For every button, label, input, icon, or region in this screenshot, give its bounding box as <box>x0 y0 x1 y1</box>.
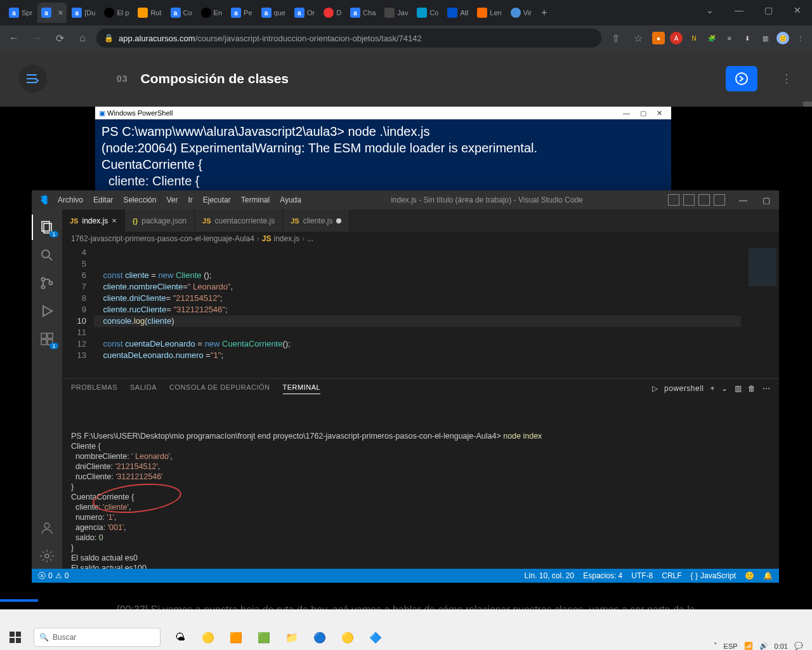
taskbar-app[interactable]: 🟧 <box>223 625 249 650</box>
browser-tab[interactable]: Rut <box>134 3 165 23</box>
chevron-down-icon[interactable]: ⌄ <box>695 0 724 20</box>
search-icon[interactable] <box>32 242 62 268</box>
taskbar-vscode-icon[interactable]: 🔷 <box>363 625 388 650</box>
back-button[interactable]: ← <box>5 29 23 47</box>
menu-ejecutar[interactable]: Ejecutar <box>199 193 235 207</box>
browser-tab[interactable]: Jav <box>381 3 412 23</box>
menu-ver[interactable]: Ver <box>162 193 182 207</box>
next-button[interactable] <box>726 66 757 91</box>
code-line[interactable]: cliente.dniCliente= "212154512"; <box>94 293 741 304</box>
windows-taskbar[interactable]: 🔍Buscar 🌤 🟡 🟧 🟩 📁 🔵 🟡 🔷 ˄ ESP 📶 🔊 0:01 💬 <box>0 609 812 650</box>
code-line[interactable]: cliente.rucCliente= "3121212546"; <box>94 304 741 315</box>
taskbar-app[interactable]: 🌤 <box>167 625 193 650</box>
code-line[interactable] <box>94 258 741 270</box>
panel-tab-terminal[interactable]: TERMINAL <box>283 383 321 394</box>
browser-tab[interactable]: El p <box>100 3 133 23</box>
tray-volume-icon[interactable]: 🔊 <box>759 642 768 650</box>
layout-icon[interactable] <box>714 194 725 206</box>
start-button[interactable] <box>0 625 30 650</box>
code-line[interactable]: cuentaDeLeonardo.numero ="1"; <box>94 350 741 361</box>
layout-icon[interactable] <box>698 194 710 206</box>
status-encoding[interactable]: UTF-8 <box>631 571 653 580</box>
browser-tab[interactable]: Atl <box>443 3 472 23</box>
menu-terminal[interactable]: Terminal <box>237 193 274 207</box>
editor-tab[interactable]: {}package.json <box>125 209 195 232</box>
menu-ayuda[interactable]: Ayuda <box>275 193 306 207</box>
browser-tab[interactable]: a× <box>37 3 67 23</box>
address-bar[interactable]: 🔒 app.aluracursos.com/course/javascript-… <box>96 29 601 48</box>
status-ln-col[interactable]: Lín. 10, col. 20 <box>524 571 574 580</box>
extensions-icon[interactable]: 1 <box>32 326 62 352</box>
media-icon[interactable]: ≡ <box>723 32 736 44</box>
browser-tab[interactable]: a[Du <box>68 3 99 23</box>
terminal-output[interactable]: PS F:\Users\USER\Desktop\mio programacío… <box>62 398 779 569</box>
taskbar-app[interactable]: 📁 <box>279 625 304 650</box>
run-debug-icon[interactable] <box>32 298 62 324</box>
home-button[interactable]: ⌂ <box>74 29 91 47</box>
layout-icon[interactable] <box>668 194 679 206</box>
menu-editar[interactable]: Editar <box>89 193 117 207</box>
status-errors[interactable]: ⓧ 0 ⚠ 0 <box>38 571 69 581</box>
tray-lang[interactable]: ESP <box>724 642 738 650</box>
browser-tab[interactable]: Co <box>413 3 442 23</box>
menu-ir[interactable]: Ir <box>183 193 197 207</box>
code-line[interactable]: const cuentaDeLeonardo = new CuentaCorri… <box>94 338 741 350</box>
code-editor[interactable]: 45678910111213 const cliente = new Clien… <box>62 246 779 378</box>
editor-tab[interactable]: JScliente.js <box>283 209 350 232</box>
new-terminal-icon[interactable]: + <box>710 384 715 393</box>
terminal-shell-label[interactable]: powershell <box>664 384 704 393</box>
window-minimize-button[interactable]: — <box>735 196 751 205</box>
course-menu-button[interactable] <box>19 65 47 93</box>
browser-tab[interactable]: En <box>197 3 226 23</box>
trash-icon[interactable]: 🗑 <box>748 384 756 393</box>
layout-icon[interactable] <box>683 194 695 206</box>
window-maximize-button[interactable]: ▢ <box>759 196 774 205</box>
close-icon[interactable]: × <box>58 8 63 18</box>
source-control-icon[interactable] <box>32 270 62 296</box>
menu-archivo[interactable]: Archivo <box>53 193 88 207</box>
tray-chevron-icon[interactable]: ˄ <box>714 642 717 650</box>
bookmark-star-icon[interactable]: ☆ <box>629 29 647 47</box>
more-icon[interactable]: ⋯ <box>763 384 771 393</box>
tray-notifications-icon[interactable]: 💬 <box>794 642 803 650</box>
downloads-icon[interactable]: ⬇ <box>741 32 754 44</box>
window-close-button[interactable]: ✕ <box>783 0 812 20</box>
panel-tab-problemas[interactable]: PROBLEMAS <box>71 383 117 394</box>
terminal-launch-icon[interactable]: ▷ <box>652 384 658 393</box>
browser-tab[interactable]: aPe <box>227 3 256 23</box>
vscode-titlebar[interactable]: ArchivoEditarSelecciónVerIrEjecutarTermi… <box>32 190 779 209</box>
status-eol[interactable]: CRLF <box>662 571 681 580</box>
close-icon[interactable]: × <box>112 216 117 225</box>
browser-tab[interactable]: aSpr <box>5 3 36 23</box>
taskbar-app[interactable]: 🔵 <box>307 625 332 650</box>
taskbar-app[interactable]: 🟡 <box>335 625 360 650</box>
code-line[interactable]: console.log(cliente) <box>94 315 741 327</box>
reload-button[interactable]: ⟳ <box>51 29 69 47</box>
code-line[interactable]: cliente.nombreCliente=" Leonardo", <box>94 281 741 293</box>
browser-tab[interactable]: aCo <box>167 3 196 23</box>
browser-tab[interactable]: Len <box>473 3 505 23</box>
tray-wifi-icon[interactable]: 📶 <box>744 642 753 650</box>
status-feedback-icon[interactable]: 🙂 <box>745 571 754 580</box>
kebab-menu-icon[interactable]: ⋮ <box>794 32 807 44</box>
profile-avatar[interactable]: 🙂 <box>776 32 789 44</box>
browser-tab[interactable]: D <box>320 3 345 23</box>
taskbar-chrome-icon[interactable]: 🟡 <box>195 625 221 650</box>
chevron-down-icon[interactable]: ⌄ <box>721 384 728 393</box>
status-language[interactable]: { } JavaScript <box>691 571 736 580</box>
new-tab-button[interactable]: + <box>535 4 553 22</box>
code-line[interactable]: const cliente = new Cliente (); <box>94 270 741 281</box>
browser-tab[interactable]: aOr <box>291 3 318 23</box>
code-line[interactable] <box>94 247 741 258</box>
taskbar-app[interactable]: 🟩 <box>251 625 277 650</box>
settings-gear-icon[interactable] <box>32 543 62 569</box>
panel-tab-salida[interactable]: SALIDA <box>130 383 157 394</box>
editor-tab[interactable]: JScuentacorriente.js <box>195 209 283 232</box>
menu-selección[interactable]: Selección <box>119 193 160 207</box>
split-terminal-icon[interactable]: ▥ <box>735 384 742 393</box>
share-icon[interactable]: ⇧ <box>606 29 624 47</box>
browser-tab[interactable]: Vir <box>507 3 535 23</box>
status-spaces[interactable]: Espacios: 4 <box>583 571 622 580</box>
kebab-menu-icon[interactable]: ⋮ <box>780 66 793 91</box>
extension-icon[interactable]: N <box>688 32 700 44</box>
